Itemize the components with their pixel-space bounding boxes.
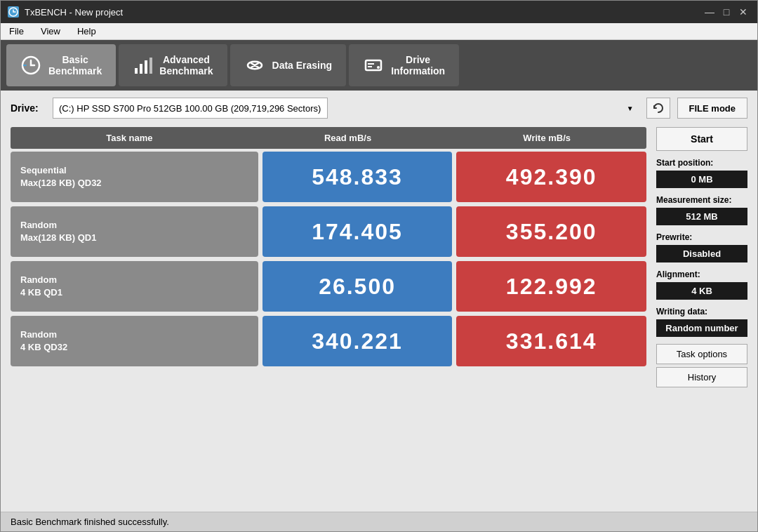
title-bar: TxBENCH - New project — □ ✕ (1, 1, 757, 23)
read-value-0: 548.833 (262, 152, 453, 202)
right-panel: Start Start position: 0 MB Measurement s… (656, 127, 747, 387)
task-name-0: SequentialMax(128 KB) QD32 (11, 152, 258, 202)
window-title: TxBENCH - New project (25, 7, 123, 18)
tab-basic-label: BasicBenchmark (48, 54, 102, 77)
tab-basic-benchmark[interactable]: BasicBenchmark (6, 44, 116, 86)
basic-benchmark-icon (20, 55, 41, 76)
start-button[interactable]: Start (656, 127, 747, 151)
read-value-1: 174.405 (262, 206, 453, 257)
data-erasing-icon (244, 55, 265, 76)
tab-advanced-label: AdvancedBenchmark (159, 54, 213, 77)
app-icon (8, 6, 19, 18)
task-name-3: Random4 KB QD32 (11, 316, 258, 366)
drive-refresh-button[interactable] (646, 98, 670, 119)
measurement-size-value: 512 MB (656, 208, 747, 225)
toolbar: BasicBenchmark AdvancedBenchmark Data (1, 40, 757, 91)
alignment-value: 4 KB (656, 282, 747, 300)
table-area: Task name Read mB/s Write mB/s Sequentia… (11, 127, 747, 387)
table-row: Random4 KB QD32 340.221 331.614 (11, 316, 646, 366)
drive-label: Drive: (11, 102, 46, 114)
table-row: SequentialMax(128 KB) QD32 548.833 492.3… (11, 152, 646, 202)
minimize-button[interactable]: — (703, 5, 717, 19)
drive-select[interactable]: (C:) HP SSD S700 Pro 512GB 100.00 GB (20… (53, 98, 328, 119)
tab-advanced-benchmark[interactable]: AdvancedBenchmark (119, 44, 227, 86)
task-name-2: Random4 KB QD1 (11, 261, 258, 312)
drive-select-wrapper: (C:) HP SSD S700 Pro 512GB 100.00 GB (20… (53, 98, 639, 119)
table-row: RandomMax(128 KB) QD1 174.405 355.200 (11, 206, 646, 257)
svg-rect-4 (145, 60, 147, 74)
history-button[interactable]: History (656, 367, 747, 387)
tab-erasing-label: Data Erasing (272, 60, 333, 71)
svg-rect-3 (140, 64, 142, 74)
write-value-0: 492.390 (456, 152, 646, 202)
svg-rect-6 (366, 60, 381, 70)
prewrite-label: Prewrite: (656, 232, 747, 242)
task-name-1: RandomMax(128 KB) QD1 (11, 206, 258, 257)
prewrite-value: Disabled (656, 245, 747, 262)
write-value-2: 122.992 (456, 261, 646, 312)
tab-data-erasing[interactable]: Data Erasing (230, 44, 347, 86)
writing-data-value: Random number (656, 319, 747, 337)
table-row: Random4 KB QD1 26.500 122.992 (11, 261, 646, 312)
menu-view[interactable]: View (38, 25, 63, 38)
status-message: Basic Benchmark finished successfully. (11, 517, 169, 527)
close-button[interactable]: ✕ (736, 5, 750, 19)
drive-row: Drive: (C:) HP SSD S700 Pro 512GB 100.00… (11, 98, 747, 119)
header-write: Write mB/s (447, 127, 646, 149)
svg-rect-2 (135, 68, 138, 74)
maximize-button[interactable]: □ (719, 5, 733, 19)
tab-drive-information[interactable]: DriveInformation (349, 44, 459, 86)
file-mode-button[interactable]: FILE mode (677, 98, 747, 119)
start-position-value: 0 MB (656, 171, 747, 188)
main-window: TxBENCH - New project — □ ✕ File View He… (0, 0, 758, 532)
benchmark-table: Task name Read mB/s Write mB/s Sequentia… (11, 127, 646, 387)
read-value-3: 340.221 (262, 316, 453, 366)
measurement-size-label: Measurement size: (656, 195, 747, 205)
menu-file[interactable]: File (6, 25, 27, 38)
status-bar: Basic Benchmark finished successfully. (1, 512, 757, 531)
alignment-label: Alignment: (656, 270, 747, 279)
start-position-label: Start position: (656, 158, 747, 168)
svg-rect-5 (149, 58, 152, 74)
header-read: Read mB/s (248, 127, 448, 149)
menu-bar: File View Help (1, 23, 757, 40)
write-value-3: 331.614 (456, 316, 646, 366)
write-value-1: 355.200 (456, 206, 646, 257)
content-area: Drive: (C:) HP SSD S700 Pro 512GB 100.00… (1, 91, 757, 531)
advanced-benchmark-icon (133, 55, 152, 75)
header-task-name: Task name (11, 127, 248, 149)
drive-information-icon (363, 55, 384, 76)
menu-help[interactable]: Help (74, 25, 99, 38)
table-header: Task name Read mB/s Write mB/s (11, 127, 646, 149)
task-options-button[interactable]: Task options (656, 344, 747, 364)
tab-drive-label: DriveInformation (391, 54, 445, 77)
svg-point-7 (377, 66, 380, 69)
read-value-2: 26.500 (262, 261, 453, 312)
writing-data-label: Writing data: (656, 307, 747, 317)
